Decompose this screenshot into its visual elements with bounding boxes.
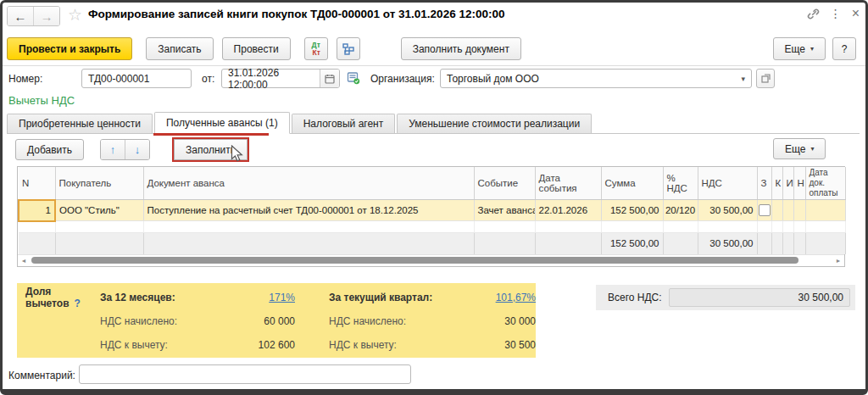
scroll-right-icon[interactable]: ►: [832, 258, 844, 264]
share-quarter-percent-link[interactable]: 101,67%: [496, 292, 536, 303]
number-label: Номер:: [8, 73, 42, 85]
back-button[interactable]: ←: [8, 7, 33, 25]
date-label: от:: [202, 73, 214, 85]
col-header-vat[interactable]: НДС: [698, 167, 757, 200]
structure-icon: [342, 43, 354, 55]
cell-vat[interactable]: 30 500,00: [698, 200, 757, 221]
move-up-button[interactable]: ↑: [101, 140, 125, 159]
col-header-vat-rate[interactable]: % НДС: [663, 167, 698, 200]
date-field[interactable]: 31.01.2026 12:00:00: [221, 69, 340, 88]
col-header-k[interactable]: К: [771, 167, 782, 200]
total-vat-label: Всего НДС:: [608, 292, 662, 303]
tab-received-advances[interactable]: Полученные авансы (1): [154, 112, 290, 134]
title-bar: ← → ☆ Формирование записей книги покупок…: [0, 0, 868, 31]
close-icon[interactable]: ×: [852, 6, 860, 21]
col-header-n2[interactable]: Н: [793, 167, 805, 200]
main-toolbar: Провести и закрыть Записать Провести ДтК…: [7, 37, 521, 60]
scrollbar-thumb[interactable]: [31, 257, 798, 264]
cell-event[interactable]: Зачет аванса: [474, 200, 535, 221]
forward-button[interactable]: →: [33, 7, 59, 25]
number-field[interactable]: ТД00-000001: [81, 69, 192, 88]
cell-n[interactable]: 1: [19, 200, 55, 221]
save-button[interactable]: Записать: [146, 37, 213, 60]
chevron-down-icon: ▾: [810, 45, 814, 53]
comment-input[interactable]: [79, 364, 411, 384]
fill-document-button[interactable]: Заполнить документ: [401, 37, 521, 60]
forward-arrow-icon: →: [41, 9, 53, 24]
tab-strip: Приобретенные ценности Полученные авансы…: [7, 111, 860, 134]
quarter-deducted-value: 30 500: [461, 339, 536, 351]
share-title: Доля вычетов: [25, 286, 70, 309]
organization-label: Организация:: [370, 73, 435, 85]
table-command-bar: Добавить ↑ ↓ Заполнить: [15, 138, 249, 161]
chevron-down-icon: ▾: [810, 145, 814, 153]
empty-row: [19, 221, 845, 233]
section-title: Вычеты НДС: [8, 94, 75, 107]
back-arrow-icon: ←: [14, 9, 27, 24]
col-header-i[interactable]: И: [782, 167, 793, 200]
col-header-buyer[interactable]: Покупатель: [55, 167, 143, 200]
open-organization-button[interactable]: [756, 69, 775, 88]
post-and-close-button[interactable]: Провести и закрыть: [7, 37, 132, 60]
total-vat-strip: Всего НДС: 30 500,00: [596, 285, 855, 310]
table-header-row: N Покупатель Документ аванса Событие Дат…: [19, 167, 845, 200]
add-row-button[interactable]: Добавить: [15, 139, 84, 160]
share-year-label: За 12 месяцев:: [100, 292, 225, 303]
tab-sales-decrease[interactable]: Уменьшение стоимости реализации: [397, 114, 592, 133]
total-vat-field: 30 500,00: [669, 288, 850, 307]
share-help-link[interactable]: ?: [75, 298, 81, 309]
set-time-icon[interactable]: [347, 71, 360, 85]
organization-field[interactable]: Торговый дом ООО ▾: [440, 69, 752, 88]
cell-sum[interactable]: 152 500,00: [601, 200, 663, 221]
total-sum: 152 500,00: [601, 233, 663, 254]
post-button[interactable]: Провести: [222, 37, 291, 60]
cell-n2[interactable]: [793, 200, 805, 221]
cell-i[interactable]: [782, 200, 793, 221]
year-deducted-value: 102 600: [225, 339, 295, 351]
chevron-down-icon[interactable]: ▾: [741, 75, 745, 83]
scroll-left-icon[interactable]: ◄: [18, 258, 30, 264]
year-accrued-label: НДС начислено:: [100, 315, 225, 327]
move-down-button[interactable]: ↓: [125, 140, 149, 159]
tab-purchased-values[interactable]: Приобретенные ценности: [7, 114, 153, 133]
share-year-percent-link[interactable]: 171%: [269, 292, 295, 303]
red-underline-annotation: [153, 133, 269, 136]
quarter-deducted-label: НДС к вычету:: [329, 339, 461, 351]
year-accrued-value: 60 000: [225, 315, 295, 327]
horizontal-scrollbar[interactable]: ◄ ►: [18, 254, 844, 266]
col-header-n[interactable]: N: [19, 167, 55, 200]
col-header-event[interactable]: Событие: [474, 167, 535, 200]
more-menu-icon[interactable]: ⋮: [830, 7, 842, 20]
favorite-star-icon[interactable]: ☆: [68, 5, 82, 25]
col-header-sum[interactable]: Сумма: [601, 167, 663, 200]
dop-list-checkbox[interactable]: [759, 204, 771, 216]
year-deducted-label: НДС к вычету:: [100, 339, 225, 351]
arrow-down-icon: ↓: [135, 143, 141, 156]
move-buttons: ↑ ↓: [100, 139, 150, 160]
toolbar-more-button[interactable]: Еще▾: [773, 37, 826, 60]
deduction-share-panel: Доля вычетов? За 12 месяцев: 171% За тек…: [17, 283, 536, 358]
get-link-icon[interactable]: [807, 8, 820, 20]
col-header-payment-date[interactable]: Дата док. оплаты: [805, 167, 845, 200]
col-header-advance-doc[interactable]: Документ аванса: [143, 167, 474, 200]
col-header-event-date[interactable]: Дата события: [535, 167, 601, 200]
tab-tax-agent[interactable]: Налоговый агент: [292, 114, 396, 133]
help-button[interactable]: ?: [832, 37, 856, 60]
table-more-button[interactable]: Еще▾: [773, 138, 826, 159]
cell-k[interactable]: [771, 200, 782, 221]
cell-event-date[interactable]: 22.01.2026: [535, 200, 601, 221]
cell-buyer[interactable]: ООО "Стиль": [55, 200, 143, 221]
cell-dop-list[interactable]: [757, 200, 771, 221]
document-structure-button[interactable]: [337, 37, 360, 60]
share-quarter-label: За текущий квартал:: [329, 292, 461, 303]
nav-buttons: ← →: [7, 6, 60, 26]
cell-vat-rate[interactable]: 20/120: [663, 200, 698, 221]
open-link-icon: [761, 74, 771, 83]
calendar-icon[interactable]: [320, 70, 339, 87]
cell-advance-doc[interactable]: Поступление на расчетный счет ТД00-00000…: [143, 200, 474, 221]
cell-payment-date[interactable]: [805, 200, 845, 221]
col-header-z[interactable]: З: [757, 167, 771, 200]
arrow-up-icon: ↑: [110, 143, 116, 156]
show-postings-button[interactable]: ДтКт: [304, 37, 328, 60]
window-title: Формирование записей книги покупок ТД00-…: [88, 8, 504, 20]
